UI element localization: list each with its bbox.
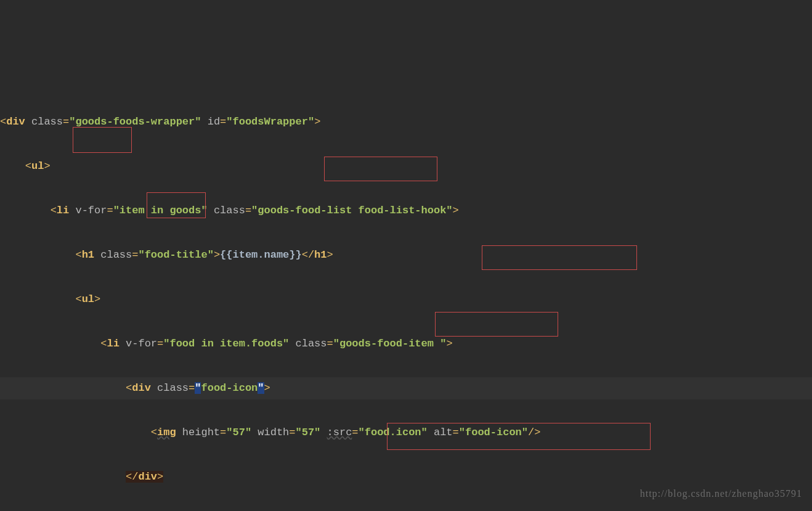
watermark: http://blog.csdn.net/zhenghao35791 — [640, 483, 802, 505]
code-line: <div class="goods-foods-wrapper" id="foo… — [0, 111, 812, 133]
code-editor[interactable]: <div class="goods-foods-wrapper" id="foo… — [0, 89, 812, 511]
code-line: <img height="57" width="57" :src="food.i… — [0, 422, 812, 444]
code-line: <li v-for="food in item.foods" class="go… — [0, 333, 812, 355]
code-line: <h1 class="food-title">{{item.name}}</h1… — [0, 244, 812, 266]
code-line: <div class="food-icon"> — [0, 377, 812, 399]
code-line: <ul> — [0, 288, 812, 311]
code-line: <ul> — [0, 155, 812, 178]
code-line: <li v-for="item in goods" class="goods-f… — [0, 200, 812, 222]
